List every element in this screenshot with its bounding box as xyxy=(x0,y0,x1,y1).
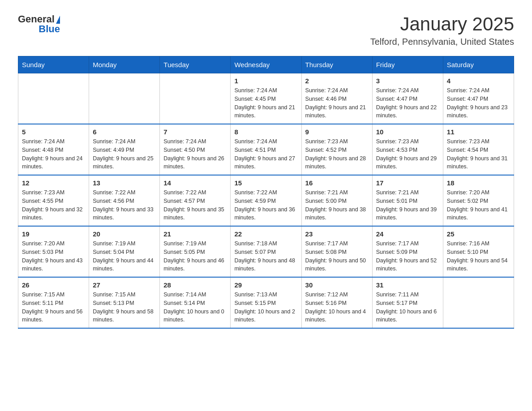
subtitle: Telford, Pennsylvania, United States xyxy=(370,37,514,47)
day-number: 13 xyxy=(93,179,156,187)
calendar-cell: 20 Sunrise: 7:19 AMSunset: 5:04 PMDaylig… xyxy=(89,226,160,277)
calendar-week-row: 5 Sunrise: 7:24 AMSunset: 4:48 PMDayligh… xyxy=(18,124,514,175)
day-info: Sunrise: 7:20 AMSunset: 5:02 PMDaylight:… xyxy=(447,188,510,222)
day-number: 11 xyxy=(447,128,510,136)
calendar-week-row: 26 Sunrise: 7:15 AMSunset: 5:11 PMDaylig… xyxy=(18,277,514,328)
day-info: Sunrise: 7:14 AMSunset: 5:14 PMDaylight:… xyxy=(163,291,227,324)
calendar-cell: 6 Sunrise: 7:24 AMSunset: 4:49 PMDayligh… xyxy=(89,124,160,175)
calendar-cell: 8 Sunrise: 7:24 AMSunset: 4:51 PMDayligh… xyxy=(231,124,301,175)
calendar-cell: 12 Sunrise: 7:23 AMSunset: 4:55 PMDaylig… xyxy=(18,175,89,226)
day-info: Sunrise: 7:23 AMSunset: 4:54 PMDaylight:… xyxy=(447,137,510,171)
calendar-cell: 28 Sunrise: 7:14 AMSunset: 5:14 PMDaylig… xyxy=(160,277,231,328)
day-info: Sunrise: 7:24 AMSunset: 4:47 PMDaylight:… xyxy=(376,86,439,120)
day-number: 7 xyxy=(163,128,227,136)
day-info: Sunrise: 7:23 AMSunset: 4:53 PMDaylight:… xyxy=(376,137,439,171)
day-of-week-header: Saturday xyxy=(443,56,514,73)
calendar-week-row: 1 Sunrise: 7:24 AMSunset: 4:45 PMDayligh… xyxy=(18,73,514,124)
logo: General Blue xyxy=(18,13,60,35)
calendar-cell: 23 Sunrise: 7:17 AMSunset: 5:08 PMDaylig… xyxy=(301,226,372,277)
day-number: 30 xyxy=(305,281,369,289)
day-number: 12 xyxy=(22,179,85,187)
calendar-cell xyxy=(443,277,514,328)
calendar-cell: 19 Sunrise: 7:20 AMSunset: 5:03 PMDaylig… xyxy=(18,226,89,277)
day-info: Sunrise: 7:23 AMSunset: 4:52 PMDaylight:… xyxy=(305,137,369,171)
day-info: Sunrise: 7:24 AMSunset: 4:51 PMDaylight:… xyxy=(234,137,297,171)
page-header: General Blue January 2025 Telford, Penns… xyxy=(18,13,514,47)
day-number: 22 xyxy=(234,230,297,238)
day-number: 31 xyxy=(376,281,439,289)
calendar-cell: 11 Sunrise: 7:23 AMSunset: 4:54 PMDaylig… xyxy=(443,124,514,175)
calendar-cell xyxy=(18,73,89,124)
day-info: Sunrise: 7:24 AMSunset: 4:46 PMDaylight:… xyxy=(305,86,369,120)
calendar-cell: 5 Sunrise: 7:24 AMSunset: 4:48 PMDayligh… xyxy=(18,124,89,175)
calendar-cell: 16 Sunrise: 7:21 AMSunset: 5:00 PMDaylig… xyxy=(301,175,372,226)
day-info: Sunrise: 7:24 AMSunset: 4:48 PMDaylight:… xyxy=(22,137,85,171)
day-number: 16 xyxy=(305,179,369,187)
day-number: 5 xyxy=(22,128,85,136)
day-info: Sunrise: 7:24 AMSunset: 4:50 PMDaylight:… xyxy=(163,137,227,171)
day-number: 2 xyxy=(305,77,369,85)
day-info: Sunrise: 7:24 AMSunset: 4:49 PMDaylight:… xyxy=(93,137,156,171)
calendar-cell: 1 Sunrise: 7:24 AMSunset: 4:45 PMDayligh… xyxy=(231,73,301,124)
calendar-cell: 25 Sunrise: 7:16 AMSunset: 5:10 PMDaylig… xyxy=(443,226,514,277)
day-number: 15 xyxy=(234,179,297,187)
calendar-cell: 29 Sunrise: 7:13 AMSunset: 5:15 PMDaylig… xyxy=(231,277,301,328)
day-info: Sunrise: 7:24 AMSunset: 4:47 PMDaylight:… xyxy=(447,86,510,120)
calendar-cell: 14 Sunrise: 7:22 AMSunset: 4:57 PMDaylig… xyxy=(160,175,231,226)
day-info: Sunrise: 7:22 AMSunset: 4:59 PMDaylight:… xyxy=(234,188,297,222)
day-number: 4 xyxy=(447,77,510,85)
day-number: 1 xyxy=(234,77,297,85)
calendar-cell: 27 Sunrise: 7:15 AMSunset: 5:13 PMDaylig… xyxy=(89,277,160,328)
day-info: Sunrise: 7:18 AMSunset: 5:07 PMDaylight:… xyxy=(234,240,297,273)
day-number: 3 xyxy=(376,77,439,85)
calendar-cell xyxy=(160,73,231,124)
day-number: 10 xyxy=(376,128,439,136)
day-of-week-header: Thursday xyxy=(301,56,372,73)
calendar-header-row: SundayMondayTuesdayWednesdayThursdayFrid… xyxy=(18,56,514,73)
calendar-cell: 15 Sunrise: 7:22 AMSunset: 4:59 PMDaylig… xyxy=(231,175,301,226)
calendar-week-row: 12 Sunrise: 7:23 AMSunset: 4:55 PMDaylig… xyxy=(18,175,514,226)
day-info: Sunrise: 7:11 AMSunset: 5:17 PMDaylight:… xyxy=(376,291,439,324)
day-of-week-header: Tuesday xyxy=(160,56,231,73)
day-info: Sunrise: 7:17 AMSunset: 5:08 PMDaylight:… xyxy=(305,240,369,273)
day-number: 28 xyxy=(163,281,227,289)
day-of-week-header: Sunday xyxy=(18,56,89,73)
day-info: Sunrise: 7:20 AMSunset: 5:03 PMDaylight:… xyxy=(22,240,85,273)
calendar-table: SundayMondayTuesdayWednesdayThursdayFrid… xyxy=(18,56,514,329)
calendar-cell: 10 Sunrise: 7:23 AMSunset: 4:53 PMDaylig… xyxy=(372,124,443,175)
day-number: 23 xyxy=(305,230,369,238)
calendar-cell: 7 Sunrise: 7:24 AMSunset: 4:50 PMDayligh… xyxy=(160,124,231,175)
day-of-week-header: Monday xyxy=(89,56,160,73)
day-number: 14 xyxy=(163,179,227,187)
day-info: Sunrise: 7:24 AMSunset: 4:45 PMDaylight:… xyxy=(234,86,297,120)
main-title: January 2025 xyxy=(370,13,514,35)
calendar-cell: 3 Sunrise: 7:24 AMSunset: 4:47 PMDayligh… xyxy=(372,73,443,124)
calendar-cell: 17 Sunrise: 7:21 AMSunset: 5:01 PMDaylig… xyxy=(372,175,443,226)
day-number: 21 xyxy=(163,230,227,238)
calendar-cell: 18 Sunrise: 7:20 AMSunset: 5:02 PMDaylig… xyxy=(443,175,514,226)
calendar-cell: 13 Sunrise: 7:22 AMSunset: 4:56 PMDaylig… xyxy=(89,175,160,226)
day-info: Sunrise: 7:15 AMSunset: 5:13 PMDaylight:… xyxy=(93,291,156,324)
day-number: 26 xyxy=(22,281,85,289)
day-info: Sunrise: 7:22 AMSunset: 4:57 PMDaylight:… xyxy=(163,188,227,222)
day-info: Sunrise: 7:17 AMSunset: 5:09 PMDaylight:… xyxy=(376,240,439,273)
calendar-cell: 9 Sunrise: 7:23 AMSunset: 4:52 PMDayligh… xyxy=(301,124,372,175)
day-info: Sunrise: 7:23 AMSunset: 4:55 PMDaylight:… xyxy=(22,188,85,222)
day-info: Sunrise: 7:21 AMSunset: 5:00 PMDaylight:… xyxy=(305,188,369,222)
day-number: 18 xyxy=(447,179,510,187)
calendar-cell xyxy=(89,73,160,124)
logo-triangle-icon xyxy=(56,16,60,24)
day-info: Sunrise: 7:21 AMSunset: 5:01 PMDaylight:… xyxy=(376,188,439,222)
day-info: Sunrise: 7:19 AMSunset: 5:04 PMDaylight:… xyxy=(93,240,156,273)
calendar-cell: 24 Sunrise: 7:17 AMSunset: 5:09 PMDaylig… xyxy=(372,226,443,277)
day-info: Sunrise: 7:22 AMSunset: 4:56 PMDaylight:… xyxy=(93,188,156,222)
day-info: Sunrise: 7:12 AMSunset: 5:16 PMDaylight:… xyxy=(305,291,369,324)
logo-blue: Blue xyxy=(39,23,60,35)
day-info: Sunrise: 7:15 AMSunset: 5:11 PMDaylight:… xyxy=(22,291,85,324)
calendar-week-row: 19 Sunrise: 7:20 AMSunset: 5:03 PMDaylig… xyxy=(18,226,514,277)
day-info: Sunrise: 7:16 AMSunset: 5:10 PMDaylight:… xyxy=(447,240,510,273)
calendar-cell: 31 Sunrise: 7:11 AMSunset: 5:17 PMDaylig… xyxy=(372,277,443,328)
day-of-week-header: Wednesday xyxy=(231,56,301,73)
day-number: 25 xyxy=(447,230,510,238)
day-number: 20 xyxy=(93,230,156,238)
